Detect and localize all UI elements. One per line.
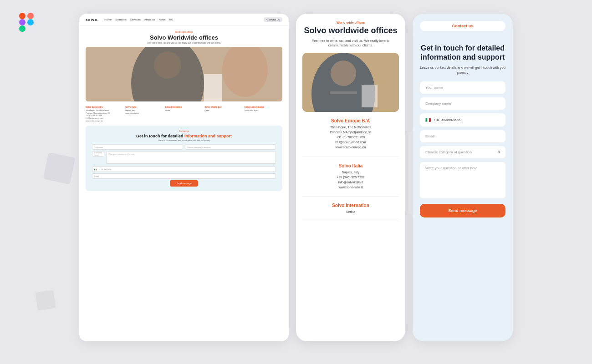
desktop-form-row-4: Email: [92, 173, 276, 179]
office-internation-name: Solvo Internation: [165, 106, 203, 109]
office-italia-web: www.solvoitalia.it: [125, 112, 163, 115]
svg-rect-2: [19, 19, 26, 25]
chevron-down-icon: ▾: [498, 150, 500, 154]
form-textarea-message[interactable]: Write your question or offer here: [420, 162, 505, 198]
svg-rect-4: [19, 25, 26, 32]
mobile-office-italia-name: Solvo Italia: [302, 163, 399, 168]
form-title: Get in touch for detailed information an…: [420, 44, 505, 62]
form-input-name[interactable]: Your name: [420, 81, 505, 94]
desktop-input-message[interactable]: Write your question or offer here: [106, 151, 276, 164]
desktop-office-italia: Solvo Italia Naples, Italy www.solvoital…: [125, 106, 163, 122]
desktop-contact-title: Get in touch for detailed information an…: [92, 134, 276, 138]
svg-rect-1: [27, 13, 34, 19]
form-input-company[interactable]: Company name: [420, 97, 505, 110]
desktop-hero-title: Solvo Worldwide offices: [86, 34, 282, 41]
desktop-nav-links: Home Solutions Services About us News RU: [104, 18, 258, 21]
desktop-nav: solvo. Home Solutions Services About us …: [79, 14, 289, 26]
mobile-office-europe-email: EU@solvo-world.com: [302, 140, 399, 145]
panel-mobile-mockup: World-wide offices Solvo worldwide offic…: [296, 14, 405, 341]
mobile-office-europe-phone: +31 (0) 702 051 709: [302, 135, 399, 140]
mobile-image-inner: [302, 53, 399, 112]
nav-link-lang[interactable]: RU: [169, 18, 174, 21]
desktop-content: World-wide offices Solvo Worldwide offic…: [79, 26, 289, 196]
mobile-content: World-wide offices Solvo worldwide offic…: [296, 14, 405, 341]
desktop-input-category[interactable]: Choose category of question: [185, 144, 276, 150]
decorative-shape-2: [35, 290, 56, 310]
mobile-hero-subtitle: Feel free to write, call and visit us. W…: [302, 39, 399, 48]
desktop-logo: solvo.: [86, 18, 99, 22]
office-me-name: Solvo Middle East: [205, 106, 243, 109]
panel-desktop-mockup: solvo. Home Solutions Services About us …: [79, 14, 289, 341]
svg-rect-3: [27, 19, 34, 25]
mobile-office-europe-line2: Princess MArgrietplantson,33: [302, 130, 399, 135]
desktop-input-email[interactable]: Email: [92, 173, 276, 179]
office-europe-web: www.solvo-europe.eu: [86, 120, 123, 122]
desktop-form-row-1: Your name Choose category of question: [92, 144, 276, 150]
desktop-office-latam: Solvo Latin America Sao Paulo, Brazil: [245, 106, 282, 122]
form-input-email[interactable]: Email: [420, 130, 505, 142]
mobile-office-italia-email: info@solvoitalia.it: [302, 180, 399, 185]
desktop-input-name[interactable]: Your name: [92, 144, 183, 150]
phone-flag-icon: 🇮🇹: [425, 117, 431, 122]
mobile-office-europe-web: www.solvo-europe.eu: [302, 145, 399, 150]
desktop-send-button[interactable]: Send message: [170, 180, 198, 187]
mobile-office-europe-name: Solvo Europe B.V.: [302, 118, 399, 123]
desktop-office-internation: Solvo Internation Serbia: [165, 106, 203, 122]
decorative-shape-1: [43, 152, 75, 184]
svg-rect-0: [19, 13, 26, 19]
mobile-office-internation: Solvo Internation Serbia: [302, 203, 399, 221]
mobile-hero-title: Solvo worldwide offices: [302, 26, 399, 36]
form-input-phone[interactable]: 🇮🇹 +31 99-999-9999: [420, 113, 505, 126]
mobile-hero-image: [302, 53, 399, 112]
mobile-hero-label: World-wide offices: [302, 21, 399, 24]
office-italia-name: Solvo Italia: [125, 106, 163, 109]
nav-link-about[interactable]: About us: [144, 18, 155, 21]
desktop-contact-btn[interactable]: Contact us: [264, 17, 282, 22]
office-latam-location: Sao Paulo, Brazil: [245, 109, 282, 112]
desktop-office-europe: Solvo Europe B.V. The Hague, The Netherl…: [86, 106, 123, 122]
figma-logo: [19, 13, 34, 32]
desktop-office-middle-east: Solvo Middle East Qatar: [205, 106, 243, 122]
phone-number: +31 99-999-9999: [97, 168, 112, 171]
office-latam-name: Solvo Latin America: [245, 106, 282, 109]
desktop-offices-row: Solvo Europe B.V. The Hague, The Netherl…: [86, 106, 282, 122]
desktop-contact-section: Contact us Get in touch for detailed inf…: [86, 126, 282, 191]
desktop-hero-label: World-wide offices: [86, 30, 282, 33]
mobile-office-italia-line1: Naples, Italy: [302, 170, 399, 175]
form-select-category[interactable]: Choose category of question ▾: [420, 146, 505, 158]
phone-flag: 🇮🇹: [94, 168, 97, 171]
desktop-hero-image: [86, 47, 282, 101]
nav-link-home[interactable]: Home: [104, 18, 112, 21]
office-internation-location: Serbia: [165, 109, 203, 112]
mobile-office-italia-web: www.solvoitalia.it: [302, 185, 399, 190]
office-europe-name: Solvo Europe B.V.: [86, 106, 123, 109]
mobile-office-europe: Solvo Europe B.V. The Hague, The Netherl…: [302, 118, 399, 157]
panel-contact-form: Contact us Get in touch for detailed inf…: [413, 14, 513, 341]
mobile-office-italia: Solvo Italia Naples, Italy +39 (346) 520…: [302, 163, 399, 197]
form-send-button[interactable]: Send message: [420, 204, 505, 217]
mobile-office-internation-location: Serbia: [302, 209, 399, 214]
panels-container: solvo. Home Solutions Services About us …: [0, 0, 592, 364]
nav-link-solutions[interactable]: Solutions: [115, 18, 127, 21]
desktop-hero-subtitle: Feel free to write, call and visit us. W…: [86, 42, 282, 44]
desktop-contact-title-highlight: information and support: [184, 134, 232, 138]
desktop-form-row-2: Company name Write your question or offe…: [92, 151, 276, 165]
nav-link-news[interactable]: News: [159, 18, 166, 21]
desktop-image-overlay: [86, 47, 282, 101]
phone-value: +31 99-999-9999: [434, 118, 461, 122]
office-me-location: Qatar: [205, 109, 243, 112]
form-subtitle: Leave us contact details and we will get…: [420, 66, 505, 75]
nav-link-services[interactable]: Services: [130, 18, 141, 21]
form-select-category-label: Choose category of question: [425, 150, 472, 154]
form-tab-label[interactable]: Contact us: [420, 21, 505, 31]
mobile-office-italia-phone: +39 (346) 520 7232: [302, 175, 399, 180]
desktop-contact-label: Contact us: [92, 130, 276, 132]
desktop-input-company[interactable]: Company name: [92, 151, 104, 157]
mobile-office-europe-line1: The Hague, The Netherlands: [302, 125, 399, 130]
mobile-office-internation-name: Solvo Internation: [302, 203, 399, 208]
desktop-form-row-3: 🇮🇹 +31 99-999-9999: [92, 167, 276, 172]
desktop-contact-subtitle: Leave us contact details and we will get…: [92, 139, 276, 142]
desktop-input-phone[interactable]: 🇮🇹 +31 99-999-9999: [92, 167, 276, 172]
